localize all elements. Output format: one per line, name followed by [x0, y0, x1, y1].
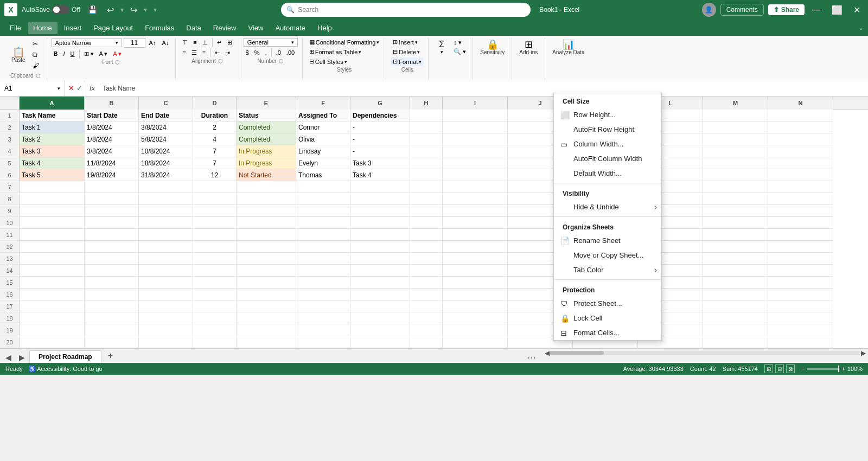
- grid-cell[interactable]: [768, 157, 833, 169]
- grid-cell[interactable]: [350, 265, 410, 277]
- delete-button[interactable]: ⊟ Delete ▾: [391, 48, 422, 56]
- grid-cell[interactable]: 5/8/2024: [139, 133, 193, 145]
- grid-cell[interactable]: [20, 253, 85, 265]
- grid-cell[interactable]: [410, 300, 443, 312]
- grid-cell[interactable]: [350, 324, 410, 336]
- align-center-button[interactable]: ☰: [189, 48, 199, 57]
- menu-view[interactable]: View: [242, 22, 269, 34]
- grid-cell[interactable]: [20, 181, 85, 193]
- align-middle-button[interactable]: ≡: [191, 38, 199, 47]
- grid-cell[interactable]: In Progress: [237, 145, 296, 157]
- redo-button[interactable]: ↪: [128, 4, 139, 16]
- grid-cell[interactable]: [703, 169, 768, 181]
- grid-cell[interactable]: [768, 289, 833, 300]
- prev-sheet-button[interactable]: ◀: [2, 352, 15, 363]
- grid-cell[interactable]: [410, 193, 443, 205]
- addins-button[interactable]: ⊞ Add-ins: [516, 38, 540, 57]
- grid-cell[interactable]: [85, 324, 139, 336]
- percent-button[interactable]: %: [252, 49, 262, 56]
- grid-cell[interactable]: [703, 181, 768, 193]
- grid-cell[interactable]: [237, 253, 296, 265]
- grid-cell[interactable]: [20, 229, 85, 241]
- paste-button[interactable]: 📋 Paste: [9, 46, 28, 65]
- grid-cell[interactable]: [85, 193, 139, 205]
- quick-access-more[interactable]: ▾: [151, 5, 159, 15]
- grid-cell[interactable]: 1/8/2024: [85, 121, 139, 133]
- grid-cell[interactable]: [237, 205, 296, 217]
- grid-cell[interactable]: [410, 145, 443, 157]
- grid-cell[interactable]: 18/8/2024: [139, 157, 193, 169]
- col-header-h[interactable]: H: [410, 97, 443, 110]
- fill-color-button[interactable]: A ▾: [97, 50, 110, 58]
- grid-cell[interactable]: [20, 217, 85, 229]
- grid-cell[interactable]: [768, 277, 833, 289]
- grid-cell[interactable]: [193, 277, 237, 289]
- border-button[interactable]: ⊞ ▾: [82, 50, 96, 58]
- grid-cell[interactable]: 12: [193, 169, 237, 181]
- column-width-item[interactable]: ▭ Column Width...: [554, 137, 661, 151]
- grid-cell[interactable]: Task 3: [350, 157, 410, 169]
- hide-unhide-item[interactable]: Hide & Unhide: [554, 200, 661, 214]
- protect-sheet-item[interactable]: 🛡 Protect Sheet...: [554, 296, 661, 311]
- grid-cell[interactable]: [193, 324, 237, 336]
- col-header-g[interactable]: G: [350, 97, 410, 110]
- grid-cell[interactable]: [350, 205, 410, 217]
- cut-button[interactable]: ✂: [30, 39, 41, 49]
- grid-cell[interactable]: [703, 336, 768, 348]
- grid-cell[interactable]: Task Name: [20, 110, 85, 121]
- grid-cell[interactable]: [410, 169, 443, 181]
- grid-cell[interactable]: [703, 289, 768, 300]
- grid-cell[interactable]: 4: [193, 133, 237, 145]
- move-copy-sheet-item[interactable]: Move or Copy Sheet...: [554, 248, 661, 262]
- grid-cell[interactable]: -: [350, 145, 410, 157]
- page-layout-view-button[interactable]: ⊟: [775, 364, 784, 373]
- grid-cell[interactable]: [703, 300, 768, 312]
- analyze-button[interactable]: 📊 Analyze Data: [550, 38, 587, 57]
- grid-cell[interactable]: 10/8/2024: [139, 145, 193, 157]
- profile-avatar[interactable]: 👤: [702, 3, 716, 17]
- grid-cell[interactable]: [237, 181, 296, 193]
- grid-cell[interactable]: [443, 277, 508, 289]
- col-header-b[interactable]: B: [85, 97, 139, 110]
- grid-cell[interactable]: [139, 265, 193, 277]
- grid-cell[interactable]: [703, 277, 768, 289]
- grid-cell[interactable]: [85, 241, 139, 253]
- grid-cell[interactable]: [296, 229, 350, 241]
- grid-cell[interactable]: [443, 133, 508, 145]
- format-as-table-button[interactable]: ⊞ Format as Table ▾: [307, 48, 364, 56]
- grid-cell[interactable]: [768, 253, 833, 265]
- grid-cell[interactable]: [703, 312, 768, 324]
- menu-formulas[interactable]: Formulas: [139, 22, 180, 34]
- grid-cell[interactable]: [410, 133, 443, 145]
- row-height-item[interactable]: ⬜ Row Height...: [554, 107, 661, 122]
- col-header-i[interactable]: I: [443, 97, 508, 110]
- grid-cell[interactable]: [768, 110, 833, 121]
- grid-cell[interactable]: [139, 229, 193, 241]
- grid-cell[interactable]: Evelyn: [296, 157, 350, 169]
- page-break-view-button[interactable]: ⊠: [786, 364, 795, 373]
- currency-button[interactable]: $: [244, 49, 251, 56]
- scroll-left-button[interactable]: ◀: [545, 349, 550, 357]
- grid-cell[interactable]: Task 4: [20, 157, 85, 169]
- grid-cell[interactable]: [350, 241, 410, 253]
- grid-cell[interactable]: [768, 217, 833, 229]
- menu-review[interactable]: Review: [208, 22, 242, 34]
- grid-cell[interactable]: [296, 205, 350, 217]
- font-size-input[interactable]: 11: [124, 38, 145, 48]
- grid-cell[interactable]: [296, 265, 350, 277]
- grid-cell[interactable]: [410, 312, 443, 324]
- grid-cell[interactable]: [443, 241, 508, 253]
- grid-cell[interactable]: [443, 312, 508, 324]
- grid-cell[interactable]: [443, 229, 508, 241]
- autosum-button[interactable]: Σ ▾: [433, 38, 450, 56]
- grid-cell[interactable]: [443, 336, 508, 348]
- grid-cell[interactable]: In Progress: [237, 157, 296, 169]
- normal-view-button[interactable]: ⊞: [764, 364, 773, 373]
- grid-cell[interactable]: [703, 253, 768, 265]
- format-cells-item[interactable]: ⊟ Format Cells...: [554, 325, 661, 340]
- grid-cell[interactable]: [703, 217, 768, 229]
- grid-cell[interactable]: [139, 312, 193, 324]
- grid-cell[interactable]: 2: [193, 121, 237, 133]
- grid-cell[interactable]: [410, 336, 443, 348]
- increase-decimal-button[interactable]: .00: [284, 49, 297, 56]
